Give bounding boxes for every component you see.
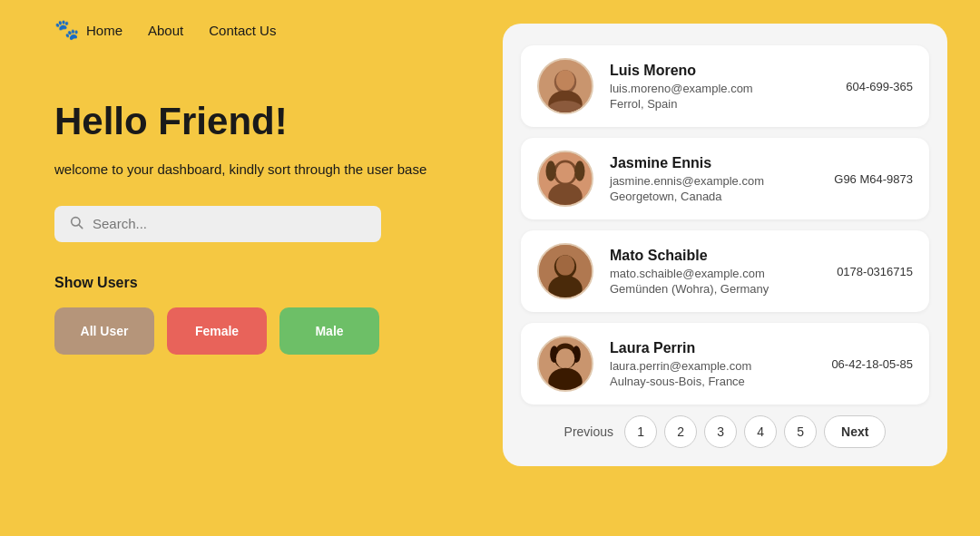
svg-point-11 [556, 162, 575, 182]
user-location: Ferrol, Spain [610, 97, 835, 111]
nav-home-link[interactable]: Home [86, 23, 122, 38]
user-info: Laura Perrin laura.perrin@example.com Au… [610, 340, 820, 388]
user-name: Laura Perrin [610, 340, 820, 356]
page-3-button[interactable]: 3 [704, 415, 737, 448]
avatar [537, 151, 593, 207]
user-phone: 06-42-18-05-85 [831, 357, 913, 371]
right-panel: Luis Moreno luis.moreno@example.com Ferr… [503, 24, 947, 466]
user-phone: G96 M64-9873 [834, 172, 913, 186]
filter-buttons: All User Female Male [54, 307, 445, 355]
search-input[interactable] [93, 216, 367, 231]
user-info: Mato Schaible mato.schaible@example.com … [610, 248, 826, 296]
page-1-button[interactable]: 1 [624, 415, 657, 448]
user-card: Mato Schaible mato.schaible@example.com … [521, 230, 929, 312]
user-card: Luis Moreno luis.moreno@example.com Ferr… [521, 45, 929, 127]
user-phone: 604-699-365 [846, 80, 913, 93]
user-name: Jasmine Ennis [610, 155, 823, 171]
hero-subtitle: welcome to your dashboard, kindly sort t… [54, 160, 445, 180]
nav-about-link[interactable]: About [148, 23, 183, 38]
pagination-previous-label: Previous [564, 424, 613, 439]
page-4-button[interactable]: 4 [744, 415, 777, 448]
user-email: mato.schaible@example.com [610, 267, 826, 280]
user-location: Georgetown, Canada [610, 190, 823, 203]
filter-all-button[interactable]: All User [54, 307, 154, 355]
user-phone: 0178-0316715 [837, 265, 913, 278]
user-location: Aulnay-sous-Bois, France [610, 375, 820, 388]
svg-point-9 [545, 161, 555, 180]
user-email: luis.moreno@example.com [610, 82, 835, 95]
user-info: Jasmine Ennis jasmine.ennis@example.com … [610, 155, 823, 203]
pagination: Previous 1 2 3 4 5 Next [521, 415, 929, 448]
user-name: Luis Moreno [610, 63, 835, 79]
page-2-button[interactable]: 2 [664, 415, 697, 448]
user-card: Laura Perrin laura.perrin@example.com Au… [521, 323, 929, 404]
svg-point-5 [556, 70, 575, 90]
filter-male-button[interactable]: Male [279, 307, 379, 355]
svg-point-15 [556, 255, 575, 275]
nav-contact-link[interactable]: Contact Us [209, 23, 276, 38]
search-box[interactable] [54, 206, 381, 242]
nav-home[interactable]: 🐾 Home [54, 18, 122, 42]
filter-female-button[interactable]: Female [167, 307, 267, 355]
user-info: Luis Moreno luis.moreno@example.com Ferr… [610, 63, 835, 111]
svg-point-21 [556, 348, 575, 368]
avatar [537, 58, 593, 114]
show-users-label: Show Users [54, 275, 445, 291]
avatar [537, 243, 593, 299]
search-icon [69, 215, 83, 233]
left-panel: Hello Friend! welcome to your dashboard,… [54, 100, 445, 355]
user-location: Gemünden (Wohra), Germany [610, 282, 826, 296]
user-name: Mato Schaible [610, 248, 826, 264]
user-card: Jasmine Ennis jasmine.ennis@example.com … [521, 138, 929, 219]
nav-logo-icon: 🐾 [54, 18, 79, 42]
user-email: laura.perrin@example.com [610, 359, 820, 373]
pagination-next-button[interactable]: Next [824, 415, 886, 448]
svg-line-1 [79, 225, 83, 229]
hero-title: Hello Friend! [54, 100, 445, 143]
avatar [537, 336, 593, 392]
page-5-button[interactable]: 5 [784, 415, 817, 448]
svg-point-10 [574, 161, 584, 180]
user-email: jasmine.ennis@example.com [610, 174, 823, 188]
